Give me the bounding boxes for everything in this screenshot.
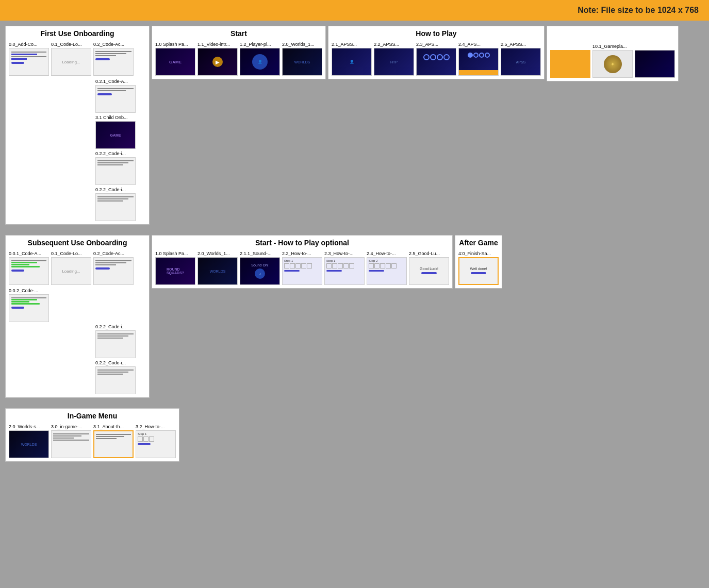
section-title-start: Start [155,29,322,38]
notification-bar: Note: File size to be 1024 x 768 [0,0,709,21]
thumb-item[interactable]: 1.0 Splash Pa... ROUNDSQUADS? [155,251,195,285]
thumb-item[interactable]: 2.2_APSS... HTP [374,42,414,76]
section-subsequent-use: Subsequent Use Onboarding 0.0.1_Code-A..… [5,235,150,398]
thumb-item[interactable]: 0.0.1_Code-A... [9,251,49,285]
thumb-item[interactable]: 0.2.2_Code-i... [95,360,146,394]
section-extra-right: 10.1_Gamepla... ✦ [547,26,679,81]
thumb-item[interactable]: 4:0_Finish-Sa... Well done! [458,251,499,285]
thumb-item[interactable] [635,44,675,78]
thumb-item[interactable]: 0.1_Code-Lo... Loading... [51,42,91,76]
thumb-item[interactable]: 0.2.1_Code-A... [95,79,136,113]
section-title-subsequent: Subsequent Use Onboarding [9,239,146,247]
section-title-after-game: After Game [458,239,499,247]
thumb-item[interactable]: 2.3_How-to-... Step 1 [324,251,365,285]
thumb-item[interactable]: 3.2_How-to-... Step 1 [136,424,176,458]
notification-text: Note: File size to be 1024 x 768 [578,6,699,15]
thumb-item[interactable]: 3.1_About-th... [93,424,134,458]
section-title-how-to-play: How to Play [332,29,541,38]
thumb-item[interactable]: 2.0_Worlds-s... WORLDS [9,424,49,458]
thumb-item[interactable]: 1.2_Player-pl... 👤 [240,42,280,76]
section-after-game: After Game 4:0_Finish-Sa... Well done! [455,235,502,289]
thumb-item[interactable]: 2.0_Worlds_1... WORLDS [197,251,238,285]
section-title-in-game-menu: In-Game Menu [9,412,176,420]
section-in-game-menu: In-Game Menu 2.0_Worlds-s... WORLDS 3.0_… [5,408,179,462]
thumb-item[interactable]: 0.1_Code-Lo... Loading... [51,251,91,285]
thumb-item[interactable]: 0.0_Add-Co... [9,42,49,76]
thumb-item[interactable]: 2.5_Good-Lu... Good Luck! [409,251,449,285]
thumb-item[interactable]: 2.1.1_Sound-... Sound On! ♪ [240,251,280,285]
thumb-item[interactable]: 1.0 Splash Pa... GAME [155,42,195,76]
section-title-start-howtoplay: Start - How to Play optional [155,239,449,247]
section-first-use-onboarding: First Use Onboarding 0.0_Add-Co... [5,26,150,225]
thumb-item[interactable]: 3.0_in-game-... [51,424,91,458]
thumb-item[interactable]: 0.0.2_Code-... [9,288,146,322]
thumb-item[interactable]: 2.5_APSS... APSS [501,42,541,76]
thumb-item[interactable]: 0.2.2_Code-i... [95,187,136,221]
thumb-item[interactable]: 2.4_APS... [458,42,499,76]
thumb-item[interactable]: 0.2.2_Code-i... [95,151,136,185]
thumb-item[interactable]: 1.1_Video-intr... ▶ [197,42,238,76]
thumb-item[interactable]: 0.2.2_Code-i... [95,324,146,358]
section-how-to-play: How to Play 2.1_APSS... 👤 2.2_APSS... HT… [328,26,545,79]
thumb-item[interactable]: 2.1_APSS... 👤 [332,42,372,76]
thumb-item[interactable]: 2.3_APS... [416,42,456,76]
thumb-item[interactable]: 2.2_How-to-... Step 1 [282,251,322,285]
thumb-item[interactable]: 0.2_Code-Ac... [93,251,134,285]
thumb-item[interactable]: 0.2_Code-Ac... [93,42,134,76]
section-start: Start 1.0 Splash Pa... GAME 1.1_Video-in… [152,26,326,79]
thumb-item[interactable]: 3.1 Child Onb... GAME [95,115,136,149]
thumb-item[interactable] [550,44,590,78]
thumb-item[interactable]: 2.4_How-to-... Step 2 [367,251,407,285]
thumb-item[interactable]: 10.1_Gamepla... ✦ [592,44,633,78]
thumb-item[interactable]: 2.0_Worlds_1... WORLDS [282,42,322,76]
section-start-howtoplay: Start - How to Play optional 1.0 Splash … [152,235,453,289]
section-title-first-use: First Use Onboarding [9,29,146,38]
main-content: First Use Onboarding 0.0_Add-Co... [0,21,709,477]
